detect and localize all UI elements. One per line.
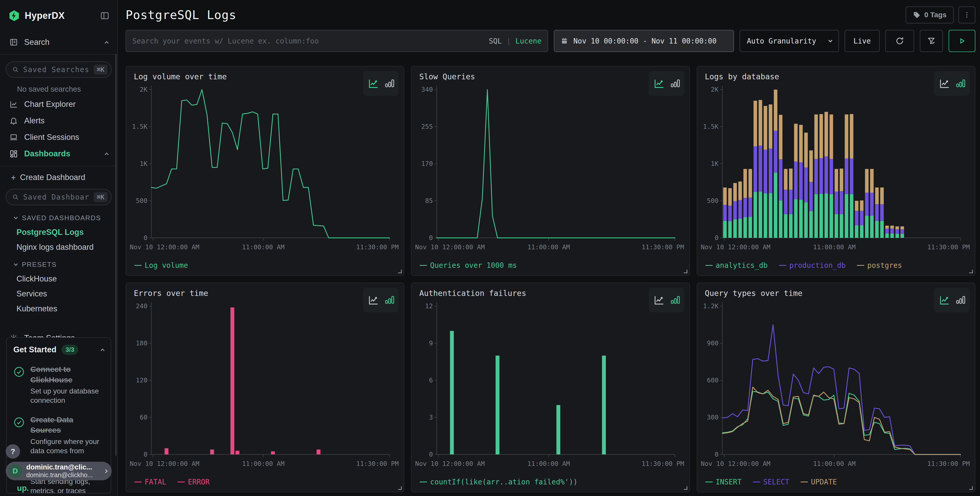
chart-title: Logs by database: [705, 72, 779, 81]
get-started-title: Get Started: [13, 345, 56, 354]
resize-handle[interactable]: [969, 270, 973, 273]
event-search-bar: SQL | Lucene: [126, 30, 548, 52]
legend-item[interactable]: Log volume: [134, 261, 188, 270]
time-range-picker[interactable]: Nov 10 00:00:00 - Nov 11 00:00:00: [554, 30, 734, 52]
sql-toggle[interactable]: SQL: [489, 37, 502, 45]
saved-searches-input[interactable]: Saved Searches ⌘K: [6, 61, 112, 78]
line-chart[interactable]: 03006009001.2KNov 10 12:00:00 AM11:00:00…: [700, 300, 970, 470]
svg-text:240: 240: [136, 302, 148, 310]
legend-item[interactable]: analytics_db: [705, 261, 768, 270]
svg-text:11:30:00 PM: 11:30:00 PM: [641, 460, 684, 467]
more-options-button[interactable]: [958, 6, 975, 24]
svg-text:1.2K: 1.2K: [703, 302, 718, 310]
search-page-icon: [9, 38, 18, 46]
chart-title: Query types over time: [705, 289, 802, 298]
resize-handle[interactable]: [684, 270, 687, 273]
sidebar-item-kubernetes[interactable]: Kubernetes: [0, 298, 117, 313]
sidebar: HyperDX Search Saved Searches ⌘K No save…: [0, 0, 118, 496]
resize-handle[interactable]: [398, 486, 402, 490]
granularity-select[interactable]: Auto Granularity: [740, 30, 839, 52]
user-name: dominic.tran@clic...: [26, 463, 100, 471]
legend-item[interactable]: Queries over 1000 ms: [420, 261, 517, 270]
svg-text:600: 600: [707, 376, 719, 384]
resize-handle[interactable]: [969, 486, 973, 490]
line-chart[interactable]: 085170255340Nov 10 12:00:00 AM11:00:00 A…: [415, 83, 684, 254]
get-started-item[interactable]: Create Data Sources Configure where your…: [13, 415, 104, 456]
user-email: dominic.tran@clickho...: [26, 471, 100, 479]
sidebar-item-alerts[interactable]: Alerts: [0, 113, 117, 129]
get-started-item-title: Create Data Sources: [30, 415, 97, 435]
legend-item[interactable]: UPDATE: [800, 478, 837, 486]
get-started-item-desc: Set up your database connection: [30, 386, 100, 405]
get-started-item[interactable]: Connect to ClickHouse Set up your databa…: [13, 364, 104, 405]
bar-chart[interactable]: 036912Nov 10 12:00:00 AM11:00:00 AM11:30…: [415, 300, 684, 470]
sidebar-item-chart-explorer[interactable]: Chart Explorer: [0, 96, 117, 113]
section-saved-dashboards[interactable]: SAVED DASHBOARDS: [0, 205, 117, 222]
granularity-value: Auto Granularity: [747, 37, 816, 45]
divider: [0, 54, 117, 54]
legend-item[interactable]: ERROR: [178, 478, 210, 486]
tags-button[interactable]: 0 Tags: [905, 6, 954, 24]
chart-title: Authentication failures: [419, 289, 526, 298]
hyperdx-logo-icon[interactable]: [8, 10, 20, 22]
section-label: PRESETS: [22, 261, 57, 269]
event-search-input[interactable]: [132, 37, 484, 45]
svg-text:6: 6: [429, 376, 433, 384]
sidebar-item-clickhouse[interactable]: ClickHouse: [0, 269, 117, 284]
legend-item[interactable]: INSERT: [705, 478, 742, 486]
svg-text:0: 0: [429, 451, 433, 458]
svg-text:0: 0: [715, 234, 719, 242]
sidebar-scrollbar[interactable]: [115, 54, 116, 456]
refresh-button[interactable]: [885, 30, 914, 52]
svg-text:0: 0: [715, 451, 719, 458]
svg-text:11:00:00 AM: 11:00:00 AM: [813, 243, 856, 251]
sidebar-item-nginx-logs-dashboard[interactable]: Nginx logs dashboard: [0, 237, 117, 252]
legend-item[interactable]: countIf(like(arr..ation failed%')): [420, 478, 578, 486]
saved-dashboards-input[interactable]: Saved Dashboards ⌘K: [6, 189, 112, 205]
live-button[interactable]: Live: [845, 30, 880, 52]
shortcut-badge: ⌘K: [94, 65, 108, 75]
legend-item[interactable]: SELECT: [753, 478, 789, 486]
help-button[interactable]: ?: [6, 444, 20, 459]
sidebar-item-postgresql-logs[interactable]: PostgreSQL Logs: [0, 222, 117, 237]
svg-text:2K: 2K: [140, 86, 148, 93]
legend-item[interactable]: production_db: [779, 261, 846, 270]
svg-text:Nov 10 12:00:00 AM: Nov 10 12:00:00 AM: [415, 243, 485, 251]
chart-legend: analytics_dbproduction_dbpostgres: [705, 261, 902, 270]
tags-label: 0 Tags: [924, 11, 947, 19]
chevron-up-icon: [105, 41, 109, 45]
create-dashboard-button[interactable]: + Create Dashboard: [0, 166, 117, 182]
bar-chart[interactable]: 060120180240Nov 10 12:00:00 AM11:00:00 A…: [129, 300, 399, 470]
svg-text:170: 170: [421, 160, 433, 167]
chart-panel-query-types: Query types over time 03006009001.2KNov …: [697, 282, 975, 493]
chart-panel-log-volume: Log volume over time 05001K1.5K2KNov 10 …: [126, 66, 404, 276]
svg-text:3: 3: [429, 414, 433, 421]
user-menu[interactable]: D dominic.tran@clic... dominic.tran@clic…: [6, 462, 112, 480]
resize-handle[interactable]: [398, 270, 402, 273]
get-started-header[interactable]: Get Started 3/3: [13, 344, 104, 355]
section-presets[interactable]: PRESETS: [0, 252, 117, 269]
sidebar-item-label: Chart Explorer: [24, 100, 108, 109]
legend-item[interactable]: FATAL: [134, 478, 166, 486]
legend-item[interactable]: postgres: [857, 261, 902, 270]
svg-text:11:30:00 PM: 11:30:00 PM: [641, 243, 684, 251]
svg-text:0: 0: [143, 451, 148, 458]
lucene-toggle[interactable]: Lucene: [515, 37, 541, 45]
chart-panel-errors: Errors over time 060120180240Nov 10 12:0…: [126, 282, 404, 493]
sidebar-item-search[interactable]: Search: [0, 34, 117, 51]
sidebar-item-dashboards[interactable]: Dashboards: [0, 145, 117, 162]
time-range-value: Nov 10 00:00:00 - Nov 11 00:00:00: [573, 37, 716, 45]
sidebar-collapse-icon[interactable]: [100, 11, 110, 21]
run-query-button[interactable]: [948, 30, 975, 52]
svg-text:11:30:00 PM: 11:30:00 PM: [356, 243, 399, 251]
line-chart[interactable]: 05001K1.5K2KNov 10 12:00:00 AM11:00:00 A…: [129, 83, 399, 254]
sidebar-item-label: Dashboards: [24, 149, 99, 158]
sidebar-item-services[interactable]: Services: [0, 284, 117, 298]
filter-button[interactable]: [920, 30, 943, 52]
resize-handle[interactable]: [684, 486, 687, 490]
get-started-item-title: Connect to ClickHouse: [30, 364, 97, 385]
saved-searches-placeholder: Saved Searches: [23, 65, 89, 74]
stacked-bar-chart[interactable]: 05001K1.5K2KNov 10 12:00:00 AM11:00:00 A…: [700, 83, 970, 254]
svg-text:1.5K: 1.5K: [132, 123, 148, 130]
sidebar-item-client-sessions[interactable]: Client Sessions: [0, 129, 117, 145]
